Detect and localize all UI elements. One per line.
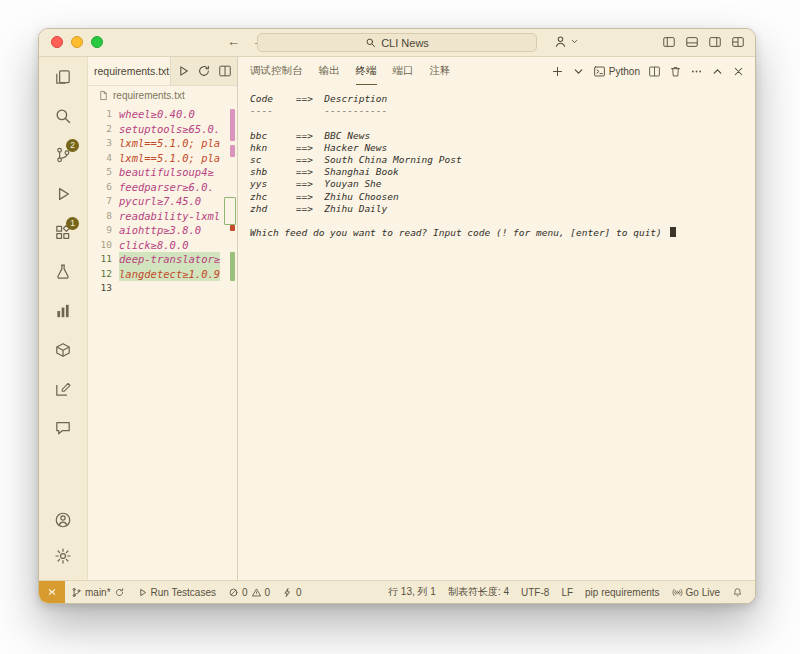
panel-tab[interactable]: 输出: [319, 57, 340, 85]
toggle-secondary-sidebar-icon[interactable]: [708, 35, 722, 49]
overview-mark: [230, 225, 235, 231]
cursor-position[interactable]: 行 13, 列 1: [382, 585, 442, 599]
split-editor-icon[interactable]: [218, 64, 232, 78]
activity-chart[interactable]: [39, 291, 87, 330]
new-terminal-icon[interactable]: [551, 65, 564, 78]
account-button[interactable]: [39, 502, 87, 538]
activity-source-control[interactable]: 2: [39, 135, 87, 174]
account-menu[interactable]: [553, 34, 579, 49]
terminal-line: yys ==> Youyan She: [250, 178, 745, 190]
branch-indicator[interactable]: main*: [65, 587, 131, 598]
panel-tab[interactable]: 端口: [393, 57, 414, 85]
ports-indicator[interactable]: 0: [276, 587, 308, 598]
file-icon: [98, 90, 109, 101]
activity-chat[interactable]: [39, 408, 87, 447]
notifications-button[interactable]: [726, 587, 749, 598]
editor-line[interactable]: 12langdetect≥1.0.9: [88, 267, 237, 282]
tab-requirements-txt[interactable]: requirements.txt: [88, 57, 171, 85]
editor-line[interactable]: 9aiohttp≥3.8.0: [88, 223, 237, 238]
editor-line[interactable]: 2setuptools≥65.0.: [88, 122, 237, 137]
terminal-line: shb ==> Shanghai Book: [250, 166, 745, 178]
command-center-search[interactable]: CLI News: [257, 33, 537, 52]
panel-more-icon[interactable]: [690, 65, 703, 78]
editor-line[interactable]: 1wheel≥0.40.0: [88, 107, 237, 122]
ports-count: 0: [296, 587, 302, 598]
remote-indicator[interactable]: [39, 581, 65, 603]
maximize-panel-icon[interactable]: [711, 65, 724, 78]
source-control-badge: 2: [66, 139, 79, 152]
search-icon: [54, 107, 72, 125]
minimize-window-button[interactable]: [71, 36, 83, 48]
back-button[interactable]: ←: [227, 34, 240, 49]
close-panel-icon[interactable]: [732, 65, 745, 78]
activity-extensions[interactable]: 1: [39, 213, 87, 252]
toggle-panel-icon[interactable]: [685, 35, 699, 49]
person-icon: [553, 34, 568, 49]
activity-testing[interactable]: [39, 252, 87, 291]
overview-slider[interactable]: [224, 197, 236, 225]
close-window-button[interactable]: [51, 36, 63, 48]
overview-ruler: [223, 105, 237, 580]
problems-indicator[interactable]: 0 0: [222, 587, 276, 598]
eol-indicator[interactable]: LF: [555, 587, 579, 598]
editor-line[interactable]: 8readability-lxml: [88, 209, 237, 224]
rerun-icon[interactable]: [197, 64, 211, 78]
sync-icon: [114, 587, 125, 598]
main-area: 2 1: [39, 57, 755, 580]
editor-line[interactable]: 5beautifulsoup4≥: [88, 165, 237, 180]
editor-line[interactable]: 10click≥8.0.0: [88, 238, 237, 253]
settings-button[interactable]: [39, 538, 87, 574]
editor-line[interactable]: 13: [88, 281, 237, 296]
editor-line[interactable]: 6feedparser≥6.0.: [88, 180, 237, 195]
activity-container[interactable]: [39, 330, 87, 369]
line-number: 3: [88, 136, 119, 151]
panel-tab[interactable]: 注释: [430, 57, 451, 85]
titlebar[interactable]: ← → CLI News: [39, 29, 755, 57]
breadcrumb[interactable]: requirements.txt: [88, 86, 237, 105]
editor-line[interactable]: 11deep-translator≥: [88, 252, 237, 267]
window-title: CLI News: [381, 37, 429, 49]
split-terminal-icon[interactable]: [648, 65, 661, 78]
go-live-button[interactable]: Go Live: [666, 587, 726, 598]
toggle-sidebar-icon[interactable]: [662, 35, 676, 49]
eol-label: LF: [561, 587, 573, 598]
tab-size-label: 制表符长度: 4: [448, 585, 509, 599]
run-testcases-button[interactable]: Run Testcases: [131, 587, 222, 598]
language-label: pip requirements: [585, 587, 659, 598]
terminal-prompt-line[interactable]: Which feed do you want to read? Input co…: [250, 227, 745, 239]
window-controls: [51, 36, 103, 48]
kill-terminal-icon[interactable]: [669, 65, 682, 78]
editor[interactable]: 1wheel≥0.40.02setuptools≥65.0.3lxml==5.1…: [88, 105, 237, 580]
terminal-dropdown-icon[interactable]: [572, 65, 585, 78]
editor-line[interactable]: 4lxml==5.1.0; pla: [88, 151, 237, 166]
warning-count: 0: [265, 587, 271, 598]
line-number: 7: [88, 194, 119, 209]
zoom-window-button[interactable]: [91, 36, 103, 48]
activity-explorer[interactable]: [39, 57, 87, 96]
panel-tab[interactable]: 调试控制台: [250, 57, 303, 85]
terminal-profile[interactable]: Python: [593, 65, 640, 78]
run-testcases-label: Run Testcases: [151, 587, 216, 598]
activity-search[interactable]: [39, 96, 87, 135]
editor-line[interactable]: 3lxml==5.1.0; pla: [88, 136, 237, 151]
run-file-icon[interactable]: [176, 64, 190, 78]
flask-icon: [54, 263, 72, 281]
indentation-indicator[interactable]: 制表符长度: 4: [442, 585, 515, 599]
terminal-line: zhd ==> Zhihu Daily: [250, 203, 745, 215]
code-text: aiohttp≥3.8.0: [119, 223, 201, 238]
overview-mark: [230, 252, 235, 281]
terminal-cursor: [670, 227, 676, 237]
overview-mark: [230, 145, 235, 157]
terminal[interactable]: Code ==> Description---- -----------bbc …: [238, 85, 755, 580]
activity-run-debug[interactable]: [39, 174, 87, 213]
line-number: 4: [88, 151, 119, 166]
terminal-line: zhc ==> Zhihu Choosen: [250, 191, 745, 203]
panel-tab[interactable]: 终端: [356, 57, 377, 85]
activity-edit-session[interactable]: [39, 369, 87, 408]
language-mode[interactable]: pip requirements: [579, 587, 665, 598]
encoding-indicator[interactable]: UTF-8: [515, 587, 555, 598]
editor-line[interactable]: 7pycurl≥7.45.0: [88, 194, 237, 209]
customize-layout-icon[interactable]: [731, 35, 745, 49]
terminal-line: bbc ==> BBC News: [250, 130, 745, 142]
search-icon: [365, 37, 376, 48]
